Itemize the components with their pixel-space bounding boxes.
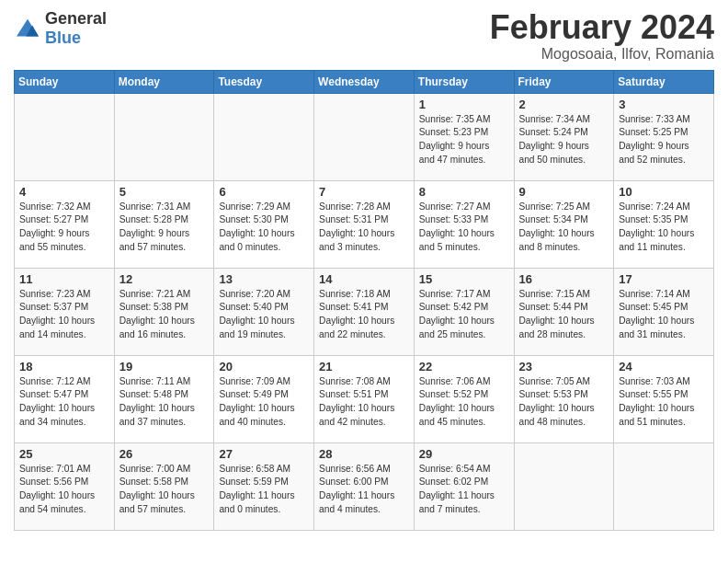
day-info: Sunrise: 7:17 AM Sunset: 5:42 PM Dayligh… <box>419 288 509 342</box>
header-monday: Monday <box>114 70 214 93</box>
calendar-table: Sunday Monday Tuesday Wednesday Thursday… <box>14 70 714 531</box>
week-row-5: 25Sunrise: 7:01 AM Sunset: 5:56 PM Dayli… <box>15 442 714 530</box>
day-cell: 3Sunrise: 7:33 AM Sunset: 5:25 PM Daylig… <box>614 93 714 180</box>
day-cell: 8Sunrise: 7:27 AM Sunset: 5:33 PM Daylig… <box>414 180 514 268</box>
header-thursday: Thursday <box>414 70 514 93</box>
day-info: Sunrise: 7:15 AM Sunset: 5:44 PM Dayligh… <box>519 288 609 342</box>
day-info: Sunrise: 6:54 AM Sunset: 6:02 PM Dayligh… <box>419 463 509 517</box>
day-number: 6 <box>219 185 309 199</box>
logo-general: General <box>45 9 107 28</box>
day-cell: 18Sunrise: 7:12 AM Sunset: 5:47 PM Dayli… <box>15 355 115 442</box>
day-number: 19 <box>119 360 210 373</box>
day-cell: 1Sunrise: 7:35 AM Sunset: 5:23 PM Daylig… <box>414 93 514 180</box>
title-block: February 2024 Mogosoaia, Ilfov, Romania <box>490 9 714 63</box>
header-saturday: Saturday <box>614 70 714 93</box>
day-number: 3 <box>619 98 709 111</box>
page-header: General Blue February 2024 Mogosoaia, Il… <box>14 9 714 63</box>
day-number: 2 <box>519 98 609 111</box>
day-cell: 7Sunrise: 7:28 AM Sunset: 5:31 PM Daylig… <box>314 180 415 268</box>
day-info: Sunrise: 7:03 AM Sunset: 5:55 PM Dayligh… <box>619 375 709 430</box>
calendar-header: Sunday Monday Tuesday Wednesday Thursday… <box>15 70 714 93</box>
day-cell: 5Sunrise: 7:31 AM Sunset: 5:28 PM Daylig… <box>114 180 214 268</box>
day-number: 12 <box>119 272 210 286</box>
day-number: 23 <box>519 360 609 373</box>
day-cell: 2Sunrise: 7:34 AM Sunset: 5:24 PM Daylig… <box>514 93 614 180</box>
day-number: 20 <box>219 360 309 373</box>
day-cell: 25Sunrise: 7:01 AM Sunset: 5:56 PM Dayli… <box>15 442 115 530</box>
day-number: 1 <box>419 98 509 111</box>
day-number: 24 <box>619 360 709 373</box>
day-number: 4 <box>19 185 109 199</box>
day-number: 9 <box>519 185 609 199</box>
day-number: 15 <box>419 272 509 286</box>
day-cell <box>114 93 214 180</box>
day-cell: 23Sunrise: 7:05 AM Sunset: 5:53 PM Dayli… <box>514 355 614 442</box>
week-row-4: 18Sunrise: 7:12 AM Sunset: 5:47 PM Dayli… <box>15 355 714 442</box>
header-row: Sunday Monday Tuesday Wednesday Thursday… <box>15 70 714 93</box>
day-number: 28 <box>319 447 409 461</box>
day-info: Sunrise: 7:18 AM Sunset: 5:41 PM Dayligh… <box>319 288 409 342</box>
week-row-3: 11Sunrise: 7:23 AM Sunset: 5:37 PM Dayli… <box>15 268 714 355</box>
day-cell: 16Sunrise: 7:15 AM Sunset: 5:44 PM Dayli… <box>514 268 614 355</box>
day-info: Sunrise: 6:58 AM Sunset: 5:59 PM Dayligh… <box>219 463 309 517</box>
day-info: Sunrise: 7:29 AM Sunset: 5:30 PM Dayligh… <box>219 201 309 255</box>
day-cell <box>15 93 115 180</box>
day-info: Sunrise: 7:25 AM Sunset: 5:34 PM Dayligh… <box>519 201 609 255</box>
day-cell: 27Sunrise: 6:58 AM Sunset: 5:59 PM Dayli… <box>214 442 314 530</box>
day-info: Sunrise: 7:31 AM Sunset: 5:28 PM Dayligh… <box>119 201 210 255</box>
day-number: 10 <box>619 185 709 199</box>
day-cell: 29Sunrise: 6:54 AM Sunset: 6:02 PM Dayli… <box>414 442 514 530</box>
day-info: Sunrise: 7:33 AM Sunset: 5:25 PM Dayligh… <box>619 113 709 167</box>
day-cell: 26Sunrise: 7:00 AM Sunset: 5:58 PM Dayli… <box>114 442 214 530</box>
day-info: Sunrise: 7:01 AM Sunset: 5:56 PM Dayligh… <box>19 463 109 517</box>
day-number: 16 <box>519 272 609 286</box>
day-info: Sunrise: 7:05 AM Sunset: 5:53 PM Dayligh… <box>519 375 609 430</box>
day-cell: 11Sunrise: 7:23 AM Sunset: 5:37 PM Dayli… <box>15 268 115 355</box>
day-cell <box>314 93 415 180</box>
day-cell: 28Sunrise: 6:56 AM Sunset: 6:00 PM Dayli… <box>314 442 415 530</box>
day-cell: 21Sunrise: 7:08 AM Sunset: 5:51 PM Dayli… <box>314 355 415 442</box>
day-number: 7 <box>319 185 409 199</box>
day-info: Sunrise: 7:27 AM Sunset: 5:33 PM Dayligh… <box>419 201 509 255</box>
day-info: Sunrise: 7:34 AM Sunset: 5:24 PM Dayligh… <box>519 113 609 167</box>
day-number: 25 <box>19 447 109 461</box>
day-info: Sunrise: 7:12 AM Sunset: 5:47 PM Dayligh… <box>19 375 109 430</box>
day-cell <box>514 442 614 530</box>
day-info: Sunrise: 7:35 AM Sunset: 5:23 PM Dayligh… <box>419 113 509 167</box>
day-number: 22 <box>419 360 509 373</box>
header-wednesday: Wednesday <box>314 70 415 93</box>
day-cell: 4Sunrise: 7:32 AM Sunset: 5:27 PM Daylig… <box>15 180 115 268</box>
day-info: Sunrise: 7:24 AM Sunset: 5:35 PM Dayligh… <box>619 201 709 255</box>
day-cell: 14Sunrise: 7:18 AM Sunset: 5:41 PM Dayli… <box>314 268 415 355</box>
day-info: Sunrise: 7:14 AM Sunset: 5:45 PM Dayligh… <box>619 288 709 342</box>
day-cell: 9Sunrise: 7:25 AM Sunset: 5:34 PM Daylig… <box>514 180 614 268</box>
logo-blue: Blue <box>45 29 81 47</box>
day-cell <box>214 93 314 180</box>
day-number: 27 <box>219 447 309 461</box>
day-cell: 20Sunrise: 7:09 AM Sunset: 5:49 PM Dayli… <box>214 355 314 442</box>
day-number: 18 <box>19 360 109 373</box>
day-number: 11 <box>19 272 109 286</box>
day-info: Sunrise: 7:23 AM Sunset: 5:37 PM Dayligh… <box>19 288 109 342</box>
day-cell: 24Sunrise: 7:03 AM Sunset: 5:55 PM Dayli… <box>614 355 714 442</box>
logo-icon <box>14 17 41 40</box>
day-info: Sunrise: 7:21 AM Sunset: 5:38 PM Dayligh… <box>119 288 210 342</box>
day-number: 29 <box>419 447 509 461</box>
day-info: Sunrise: 7:28 AM Sunset: 5:31 PM Dayligh… <box>319 201 409 255</box>
day-cell: 15Sunrise: 7:17 AM Sunset: 5:42 PM Dayli… <box>414 268 514 355</box>
day-number: 26 <box>119 447 210 461</box>
week-row-2: 4Sunrise: 7:32 AM Sunset: 5:27 PM Daylig… <box>15 180 714 268</box>
day-cell: 10Sunrise: 7:24 AM Sunset: 5:35 PM Dayli… <box>614 180 714 268</box>
header-friday: Friday <box>514 70 614 93</box>
day-info: Sunrise: 7:11 AM Sunset: 5:48 PM Dayligh… <box>119 375 210 430</box>
day-number: 13 <box>219 272 309 286</box>
day-info: Sunrise: 7:06 AM Sunset: 5:52 PM Dayligh… <box>419 375 509 430</box>
day-number: 21 <box>319 360 409 373</box>
day-number: 17 <box>619 272 709 286</box>
day-number: 14 <box>319 272 409 286</box>
day-info: Sunrise: 7:09 AM Sunset: 5:49 PM Dayligh… <box>219 375 309 430</box>
day-info: Sunrise: 7:20 AM Sunset: 5:40 PM Dayligh… <box>219 288 309 342</box>
day-cell: 6Sunrise: 7:29 AM Sunset: 5:30 PM Daylig… <box>214 180 314 268</box>
day-number: 8 <box>419 185 509 199</box>
day-cell: 17Sunrise: 7:14 AM Sunset: 5:45 PM Dayli… <box>614 268 714 355</box>
